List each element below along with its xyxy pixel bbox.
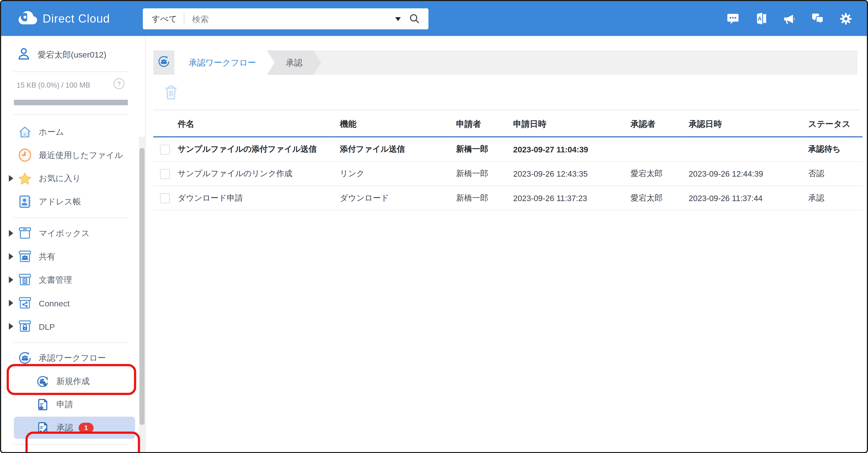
cell-requester: 新橋一郎 xyxy=(452,137,509,162)
settings-gear-icon[interactable] xyxy=(839,12,852,25)
search-input[interactable] xyxy=(191,13,392,24)
cloud-logo-icon xyxy=(18,10,38,27)
breadcrumb-icon-segment xyxy=(153,50,175,75)
expand-caret-icon[interactable] xyxy=(9,175,17,182)
workflow-create-icon xyxy=(35,374,50,389)
column-header-function[interactable]: 機能 xyxy=(336,110,452,137)
table-row[interactable]: ダウンロード申請 ダウンロード 新橋一郎 2023-09-26 11:37:23… xyxy=(153,186,863,210)
user-name: 愛宕太郎(user012) xyxy=(38,50,106,60)
clock-icon xyxy=(18,148,32,163)
sidebar-item-dlp[interactable]: DLP xyxy=(1,315,145,338)
search-bar[interactable]: すべて xyxy=(143,8,428,29)
expand-caret-icon[interactable] xyxy=(9,300,17,306)
row-checkbox[interactable] xyxy=(160,169,170,179)
column-header-status[interactable]: ステータス xyxy=(804,110,862,137)
row-checkbox[interactable] xyxy=(160,193,170,203)
mybox-icon xyxy=(18,226,32,240)
sidebar-item-label: 共有 xyxy=(39,251,55,262)
table-row[interactable]: サンプルファイルの添付ファイル送信 添付ファイル送信 新橋一郎 2023-09-… xyxy=(153,137,863,162)
breadcrumb-root[interactable]: 承認ワークフロー xyxy=(175,50,267,75)
document-box-icon xyxy=(18,273,32,287)
sidebar-item-home[interactable]: ホーム xyxy=(1,120,145,144)
cell-subject[interactable]: サンプルファイルの添付ファイル送信 xyxy=(173,137,336,162)
document-plus-icon xyxy=(35,397,50,412)
header-checkbox-cell xyxy=(153,110,174,137)
expand-caret-icon[interactable] xyxy=(9,276,17,283)
sidebar-item-favorites[interactable]: お気に入り xyxy=(1,167,145,190)
breadcrumb-root-label: 承認ワークフロー xyxy=(189,57,256,68)
user-block[interactable]: 愛宕太郎(user012) xyxy=(1,36,145,66)
sidebar-item-share[interactable]: 共有 xyxy=(1,245,145,268)
column-header-requested-at[interactable]: 申請日時 xyxy=(509,110,626,137)
dlp-lock-box-icon xyxy=(18,319,32,334)
home-icon xyxy=(18,125,32,139)
sidebar-item-workflow-request[interactable]: 申請 xyxy=(1,393,145,416)
address-book-icon xyxy=(18,195,32,209)
directcloud-logo[interactable]: Direct Cloud xyxy=(18,10,134,27)
delete-trash-icon[interactable] xyxy=(163,83,179,101)
table-row[interactable]: サンプルファイルのリンク作成 リンク 新橋一郎 2023-09-26 12:43… xyxy=(153,162,863,186)
expand-caret-icon[interactable] xyxy=(9,323,17,330)
cell-status: 承認待ち xyxy=(804,137,862,162)
help-icon[interactable]: ? xyxy=(113,78,125,92)
feedback-chat-icon[interactable] xyxy=(811,12,824,25)
sidebar-item-address-book[interactable]: アドレス帳 xyxy=(1,190,145,213)
expand-caret-icon[interactable] xyxy=(9,253,17,260)
search-scope-dropdown-caret[interactable] xyxy=(395,17,401,21)
sidebar-item-connect[interactable]: Connect xyxy=(1,291,145,315)
sidebar-item-mybox[interactable]: マイボックス xyxy=(1,222,145,245)
notification-badge: 1 xyxy=(79,422,94,433)
search-icon[interactable] xyxy=(409,13,421,25)
search-scope-label[interactable]: すべて xyxy=(152,13,177,24)
sidebar-item-recent-files[interactable]: 最近使用したファイル xyxy=(1,144,145,167)
cell-approver: 愛宕太郎 xyxy=(626,162,684,186)
message-dots-icon[interactable] xyxy=(726,12,740,25)
breadcrumb-current-label: 承認 xyxy=(286,57,303,68)
sidebar-item-label: 申請 xyxy=(57,399,73,410)
approval-table: 件名 機能 申請者 申請日時 承認者 承認日時 ステータス サンプルファイルの添… xyxy=(153,110,863,210)
cell-approved-at: 2023-09-26 11:37:44 xyxy=(684,186,804,210)
column-header-approved-at[interactable]: 承認日時 xyxy=(684,110,804,137)
sidebar-item-label: 承認ワークフロー xyxy=(39,352,106,363)
sidebar-item-label: 承認 xyxy=(57,422,73,433)
cell-requested-at: 2023-09-27 11:04:39 xyxy=(509,137,626,162)
expand-caret-icon[interactable] xyxy=(9,230,17,237)
cell-subject[interactable]: ダウンロード申請 xyxy=(173,186,336,210)
sidebar-scrollbar[interactable] xyxy=(139,137,145,452)
row-checkbox[interactable] xyxy=(160,144,170,154)
search-divider xyxy=(184,13,184,25)
storage-usage-text: 15 KB (0.0%) / 100 MB xyxy=(17,81,90,89)
storage-block: 15 KB (0.0%) / 100 MB ? xyxy=(1,78,145,105)
cell-subject[interactable]: サンプルファイルのリンク作成 xyxy=(173,162,336,186)
column-header-approver[interactable]: 承認者 xyxy=(626,110,684,137)
cell-requester: 新橋一郎 xyxy=(452,162,509,186)
breadcrumb: 承認ワークフロー 承認 xyxy=(153,50,858,75)
shared-box-icon xyxy=(18,249,32,264)
column-header-subject[interactable]: 件名 xyxy=(173,110,336,137)
sidebar-item-label: ホーム xyxy=(39,126,64,137)
cell-function: 添付ファイル送信 xyxy=(336,137,452,162)
sidebar-item-workflow-approve[interactable]: 承認 1 xyxy=(14,417,135,439)
top-bar: Direct Cloud すべて A xyxy=(1,1,867,36)
star-icon xyxy=(18,171,32,186)
sidebar-item-label: お気に入り xyxy=(39,173,81,183)
sidebar-item-workflow-create-new[interactable]: 新規作成 xyxy=(1,370,145,393)
column-header-requester[interactable]: 申請者 xyxy=(452,110,509,137)
translate-icon[interactable]: A xyxy=(754,12,768,25)
user-icon xyxy=(17,47,31,63)
divider xyxy=(13,342,128,343)
svg-text:?: ? xyxy=(117,80,121,87)
cell-approved-at: 2023-09-26 12:44:39 xyxy=(684,162,804,186)
cell-approved-at xyxy=(684,137,804,162)
sidebar-scrollbar-thumb[interactable] xyxy=(140,148,144,425)
announcement-icon[interactable] xyxy=(783,12,796,25)
toolbar xyxy=(153,75,867,110)
svg-text:A: A xyxy=(757,16,762,22)
sidebar-item-document-management[interactable]: 文書管理 xyxy=(1,268,145,291)
cell-requested-at: 2023-09-26 11:37:23 xyxy=(509,186,626,210)
sidebar-item-approval-workflow[interactable]: 承認ワークフロー xyxy=(1,346,145,370)
divider xyxy=(13,444,128,445)
cell-function: リンク xyxy=(336,162,452,186)
topbar-icon-group: A xyxy=(726,1,852,36)
sidebar-item-link-history[interactable]: リンクの履歴 xyxy=(1,448,145,453)
